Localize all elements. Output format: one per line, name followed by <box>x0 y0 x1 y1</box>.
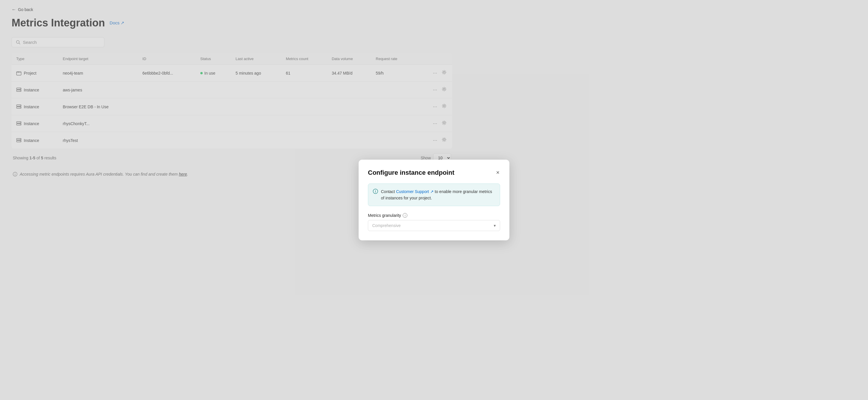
chevron-down-icon: ▾ <box>494 223 496 228</box>
modal-close-button[interactable]: × <box>495 169 500 176</box>
granularity-info-icon[interactable]: i <box>403 213 407 218</box>
granularity-field: Metrics granularity i Comprehensive ▾ <box>368 213 500 231</box>
configure-endpoint-modal: Configure instance endpoint × Contact Cu… <box>359 160 509 240</box>
granularity-label: Metrics granularity i <box>368 213 500 218</box>
info-box: Contact Customer Support ↗ to enable mor… <box>368 183 500 206</box>
modal-header: Configure instance endpoint × <box>368 169 500 176</box>
granularity-value: Comprehensive <box>372 223 401 228</box>
modal-backdrop: Configure instance endpoint × Contact Cu… <box>0 0 868 400</box>
info-box-icon <box>373 189 378 195</box>
info-box-text: Contact Customer Support ↗ to enable mor… <box>381 189 495 201</box>
svg-point-29 <box>375 190 376 191</box>
modal-title: Configure instance endpoint <box>368 169 454 176</box>
customer-support-link[interactable]: Customer Support ↗ <box>396 189 434 194</box>
granularity-dropdown[interactable]: Comprehensive ▾ <box>368 220 500 231</box>
